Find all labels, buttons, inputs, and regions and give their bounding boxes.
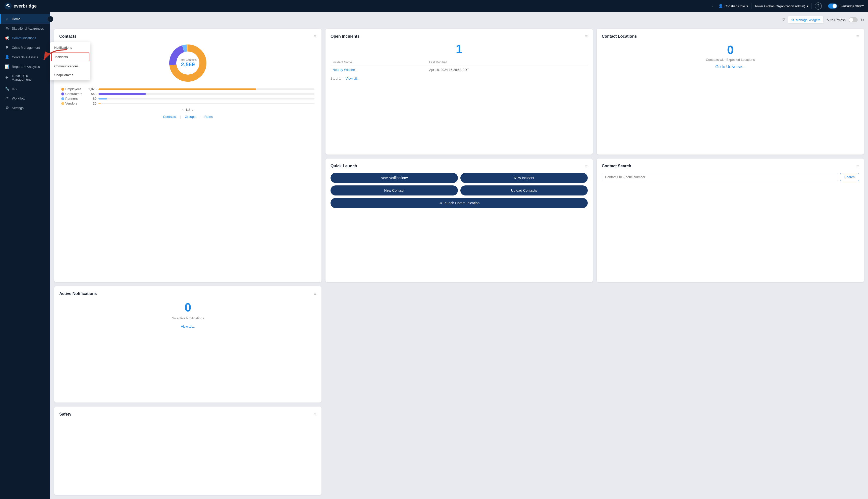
legend-partners: Partners	[61, 97, 85, 100]
manage-widgets-btn[interactable]: ⚙ Manage Widgets	[788, 16, 824, 24]
sidebar-collapse-btn[interactable]: ‹	[47, 16, 53, 22]
sidebar-item-crisis-management[interactable]: ⚑ Crisis Management	[0, 43, 50, 52]
dropdown-item-communications[interactable]: Communications	[50, 62, 90, 71]
rules-link[interactable]: Rules	[204, 115, 213, 119]
active-notifications-count: 0	[59, 301, 317, 314]
safety-card-header: Safety ≡	[59, 412, 317, 417]
contact-search-input[interactable]	[602, 173, 838, 181]
sidebar-item-settings[interactable]: ⚙ Settings	[0, 103, 50, 112]
new-contact-btn[interactable]: New Contact	[331, 185, 458, 195]
communications-icon: 📢	[5, 36, 9, 40]
contact-locations-label: Contacts with Expected Locations	[602, 58, 859, 62]
legend-vendors: Vendors	[61, 101, 85, 105]
help-icon[interactable]: ?	[815, 2, 822, 10]
groups-link[interactable]: Groups	[185, 115, 196, 119]
main-content: ? ⚙ Manage Widgets Auto Refresh ↻ Contac…	[50, 12, 868, 499]
contacts-donut: Total Contacts 2,569	[168, 43, 208, 83]
open-incidents-card: Open Incidents ≡ 1 Incident Name Last Mo…	[325, 29, 593, 155]
contacts-link[interactable]: Contacts	[163, 115, 176, 119]
contact-locations-menu[interactable]: ≡	[856, 34, 859, 39]
nav-divider-3	[825, 3, 825, 9]
contact-locations-title: Contact Locations	[602, 34, 637, 39]
dropdown-item-incidents[interactable]: Incidents	[51, 52, 89, 61]
contacts-card-header: Contacts ≡	[59, 34, 317, 39]
quick-launch-grid: New Notification▾ New Incident New Conta…	[331, 173, 588, 208]
active-notifications-menu[interactable]: ≡	[314, 291, 317, 296]
incident-count: 1	[331, 43, 588, 55]
contacts-pagination: ‹ 1/2 ›	[61, 107, 314, 112]
top-nav: everbridge » 👤 Christian Cole ▾ Tower Gl…	[0, 0, 868, 12]
go-to-universe-link[interactable]: Go to Universe...	[715, 64, 745, 69]
active-notifications-empty: No active Notifications	[59, 316, 317, 320]
dashboard-help-icon[interactable]: ?	[782, 17, 785, 23]
nav-divider-1	[751, 3, 752, 9]
notifications-view-all[interactable]: View all...	[181, 325, 195, 328]
gear-icon: ⚙	[791, 18, 794, 22]
contact-search-header: Contact Search ≡	[602, 163, 859, 169]
auto-refresh-toggle[interactable]	[849, 17, 858, 22]
sidebar-item-travel-risk[interactable]: ✈ Travel Risk Management	[0, 71, 50, 84]
incident-modified: Apr 18, 2024 16:29:58 PDT	[427, 66, 588, 74]
sidebar-item-contacts-assets[interactable]: 👤 Contacts + Assets	[0, 52, 50, 62]
col-incident-name: Incident Name	[331, 59, 427, 66]
contact-locations-card: Contact Locations ≡ 0 Contacts with Expe…	[597, 29, 864, 155]
contact-search-card: Contact Search ≡ Search	[597, 159, 864, 282]
quick-launch-title: Quick Launch	[331, 164, 357, 168]
refresh-icon[interactable]: ↻	[861, 17, 864, 22]
incident-name-link[interactable]: Nearby Wildfire	[333, 68, 355, 72]
contacts-card-menu[interactable]: ≡	[314, 34, 317, 39]
logo[interactable]: everbridge	[4, 2, 37, 10]
expand-nav-btn[interactable]: »	[709, 3, 715, 9]
nav-divider-2	[811, 3, 812, 9]
sidebar-item-communications[interactable]: 📢 Communications	[0, 33, 50, 43]
legend-contractors: Contractors	[61, 92, 85, 96]
safety-card: Safety ≡	[54, 406, 322, 495]
incident-meta: 1-1 of 1 | View all...	[331, 77, 588, 81]
vendors-count: 25	[87, 101, 97, 105]
contractors-bar	[98, 93, 146, 95]
contacts-card-links: Contacts | Groups | Rules	[61, 115, 314, 119]
prev-page-btn[interactable]: ‹	[182, 107, 184, 112]
contact-search-title: Contact Search	[602, 164, 631, 168]
donut-total-label: Total Contacts	[179, 58, 197, 61]
donut-total-value: 2,569	[179, 61, 197, 68]
org-menu[interactable]: Tower Global (Organization Admin) ▾	[755, 4, 808, 8]
partners-dot	[61, 97, 64, 100]
communications-dropdown: Notifications Incidents Communications S…	[50, 42, 90, 81]
page-indicator: 1/2	[186, 108, 190, 112]
active-notifications-header: Active Notifications ≡	[59, 291, 317, 296]
new-incident-btn[interactable]: New Incident	[460, 173, 588, 183]
pagination-label: 1-1 of 1	[331, 77, 341, 81]
contact-search-menu[interactable]: ≡	[856, 163, 859, 169]
quick-launch-card: Quick Launch ≡ New Notification▾ New Inc…	[325, 159, 593, 282]
contact-search-btn[interactable]: Search	[840, 173, 859, 181]
launch-communication-btn[interactable]: ⇥ Launch Communication	[331, 198, 588, 208]
dashboard-grid: Contacts ≡	[54, 29, 864, 495]
sidebar-item-reports-analytics[interactable]: 📊 Reports + Analytics	[0, 62, 50, 71]
new-notification-btn[interactable]: New Notification▾	[331, 173, 458, 183]
crisis-management-icon: ⚑	[5, 45, 9, 50]
sidebar-item-ita[interactable]: 🔧 ITA	[0, 84, 50, 94]
safety-card-menu[interactable]: ≡	[314, 412, 317, 417]
product-toggle: Everbridge 360™	[828, 3, 864, 9]
employees-count: 1,875	[87, 87, 97, 91]
next-page-btn[interactable]: ›	[192, 107, 194, 112]
sidebar-item-workflow[interactable]: ⟳ Workflow	[0, 94, 50, 103]
sidebar-item-home[interactable]: ⌂ Home	[0, 14, 50, 24]
user-menu[interactable]: 👤 Christian Cole ▾	[718, 4, 748, 8]
open-incidents-menu[interactable]: ≡	[585, 34, 588, 39]
incident-row: Nearby Wildfire Apr 18, 2024 16:29:58 PD…	[331, 66, 588, 74]
contacts-card-title: Contacts	[59, 34, 76, 39]
quick-launch-menu[interactable]: ≡	[585, 163, 588, 169]
partners-count: 89	[87, 97, 97, 100]
sidebar-item-situational-awareness[interactable]: ◎ Situational Awareness	[0, 24, 50, 33]
contacts-legend: Employees 1,875 Contractors 563	[59, 87, 317, 119]
contact-search-row: Search	[602, 173, 859, 181]
svg-point-1	[7, 4, 9, 5]
quick-launch-header: Quick Launch ≡	[331, 163, 588, 169]
toggle-360[interactable]	[828, 3, 837, 9]
upload-contacts-btn[interactable]: Upload Contacts	[460, 185, 588, 195]
dropdown-item-snapcomms[interactable]: SnapComms	[50, 71, 90, 80]
incidents-view-all[interactable]: View all...	[346, 77, 359, 81]
dropdown-item-notifications[interactable]: Notifications	[50, 43, 90, 52]
